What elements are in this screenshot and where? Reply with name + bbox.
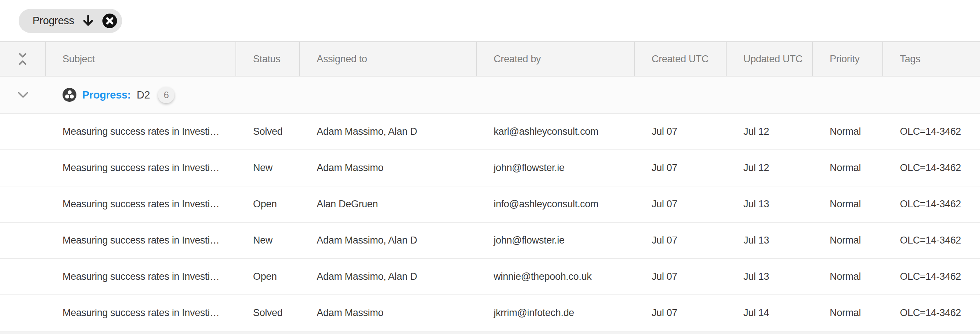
- group-field-label: Progress:: [82, 89, 131, 101]
- group-collapse-toggle[interactable]: [0, 91, 46, 99]
- group-icon: [62, 88, 76, 102]
- cell-subject: Measuring success rates in Investi…: [46, 126, 236, 137]
- column-header-status[interactable]: Status: [236, 42, 300, 76]
- cell-updated-utc: Jul 12: [727, 126, 813, 137]
- cell-updated-utc: Jul 12: [727, 162, 813, 174]
- cell-status: Solved: [236, 126, 300, 137]
- cell-status: Solved: [236, 307, 300, 319]
- cell-created-by: jkrrim@infotech.de: [477, 307, 635, 319]
- cell-status: Open: [236, 271, 300, 282]
- column-header-updated-utc[interactable]: Updated UTC: [727, 42, 813, 76]
- table-row[interactable]: Measuring success rates in Investi… New …: [0, 223, 980, 259]
- cell-subject: Measuring success rates in Investi…: [46, 162, 236, 174]
- filter-chip-progress[interactable]: Progress: [19, 9, 122, 33]
- column-header-created-utc[interactable]: Created UTC: [635, 42, 727, 76]
- cell-priority: Normal: [813, 307, 883, 319]
- cell-created-by: info@ashleyconsult.com: [477, 198, 635, 210]
- cell-subject: Measuring success rates in Investi…: [46, 235, 236, 246]
- column-header-assigned-to[interactable]: Assigned to: [300, 42, 477, 76]
- chevron-down-icon: [17, 91, 29, 99]
- cell-priority: Normal: [813, 198, 883, 210]
- cell-updated-utc: Jul 14: [727, 307, 813, 319]
- cell-tags: OLC=14-3462: [883, 198, 980, 210]
- ticket-list-page: Progress Subject: [0, 0, 980, 334]
- remove-filter-button[interactable]: [102, 13, 118, 29]
- table-row[interactable]: Measuring success rates in Investi… Open…: [0, 259, 980, 295]
- cell-created-utc: Jul 07: [635, 307, 727, 319]
- cell-created-utc: Jul 07: [635, 271, 727, 282]
- filter-bar: Progress: [0, 0, 980, 42]
- cell-assigned-to: Alan DeGruen: [300, 198, 477, 210]
- column-header-priority[interactable]: Priority: [813, 42, 883, 76]
- cell-assigned-to: Adam Massimo: [300, 307, 477, 319]
- cell-subject: Measuring success rates in Investi…: [46, 271, 236, 282]
- cell-subject: Measuring success rates in Investi…: [46, 198, 236, 210]
- filter-chip-label: Progress: [33, 14, 74, 27]
- cell-updated-utc: Jul 13: [727, 235, 813, 246]
- group-value: D2: [137, 89, 150, 101]
- cell-created-utc: Jul 07: [635, 162, 727, 174]
- table-row[interactable]: Measuring success rates in Investi… New …: [0, 150, 980, 186]
- table-header: Subject Status Assigned to Created by Cr…: [0, 42, 980, 77]
- column-header-subject[interactable]: Subject: [46, 42, 236, 76]
- collapse-all-icon: [17, 52, 29, 66]
- cell-tags: OLC=14-3462: [883, 162, 980, 174]
- column-header-created-by[interactable]: Created by: [477, 42, 635, 76]
- group-header-content: Progress: D2 6: [46, 87, 980, 103]
- cell-assigned-to: Adam Massimo, Alan D: [300, 126, 477, 137]
- collapse-all-button[interactable]: [0, 42, 46, 76]
- cell-created-by: john@flowster.ie: [477, 162, 635, 174]
- cell-status: New: [236, 162, 300, 174]
- cell-tags: OLC=14-3462: [883, 271, 980, 282]
- cell-priority: Normal: [813, 271, 883, 282]
- cell-created-by: karl@ashleyconsult.com: [477, 126, 635, 137]
- cell-subject: Measuring success rates in Investi…: [46, 307, 236, 319]
- sort-descending-icon[interactable]: [81, 14, 95, 27]
- group-count-badge: 6: [158, 87, 174, 103]
- cell-status: Open: [236, 198, 300, 210]
- cell-tags: OLC=14-3462: [883, 235, 980, 246]
- cell-updated-utc: Jul 13: [727, 198, 813, 210]
- cell-tags: OLC=14-3462: [883, 126, 980, 137]
- column-header-tags[interactable]: Tags: [883, 42, 980, 76]
- cell-assigned-to: Adam Massimo: [300, 162, 477, 174]
- cell-created-by: john@flowster.ie: [477, 235, 635, 246]
- next-group-row-edge: [0, 331, 980, 334]
- cell-priority: Normal: [813, 126, 883, 137]
- cell-priority: Normal: [813, 162, 883, 174]
- cell-tags: OLC=14-3462: [883, 307, 980, 319]
- cell-updated-utc: Jul 13: [727, 271, 813, 282]
- cell-priority: Normal: [813, 235, 883, 246]
- table-row[interactable]: Measuring success rates in Investi… Open…: [0, 186, 980, 223]
- cell-created-utc: Jul 07: [635, 235, 727, 246]
- cell-status: New: [236, 235, 300, 246]
- cell-assigned-to: Adam Massimo, Alan D: [300, 235, 477, 246]
- group-header-row[interactable]: Progress: D2 6: [0, 77, 980, 114]
- cell-assigned-to: Adam Massimo, Alan D: [300, 271, 477, 282]
- table-row[interactable]: Measuring success rates in Investi… Solv…: [0, 295, 980, 331]
- cell-created-utc: Jul 07: [635, 126, 727, 137]
- table-row[interactable]: Measuring success rates in Investi… Solv…: [0, 114, 980, 150]
- cell-created-by: winnie@thepooh.co.uk: [477, 271, 635, 282]
- cell-created-utc: Jul 07: [635, 198, 727, 210]
